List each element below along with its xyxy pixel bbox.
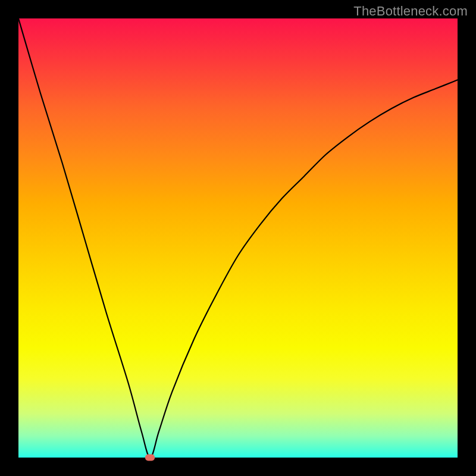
optimal-point-marker [145,455,155,461]
plot-area [18,18,458,458]
curve-svg [18,18,458,458]
chart-frame: TheBottleneck.com [0,0,476,476]
bottleneck-curve-path [18,18,458,458]
watermark-text: TheBottleneck.com [353,4,468,19]
